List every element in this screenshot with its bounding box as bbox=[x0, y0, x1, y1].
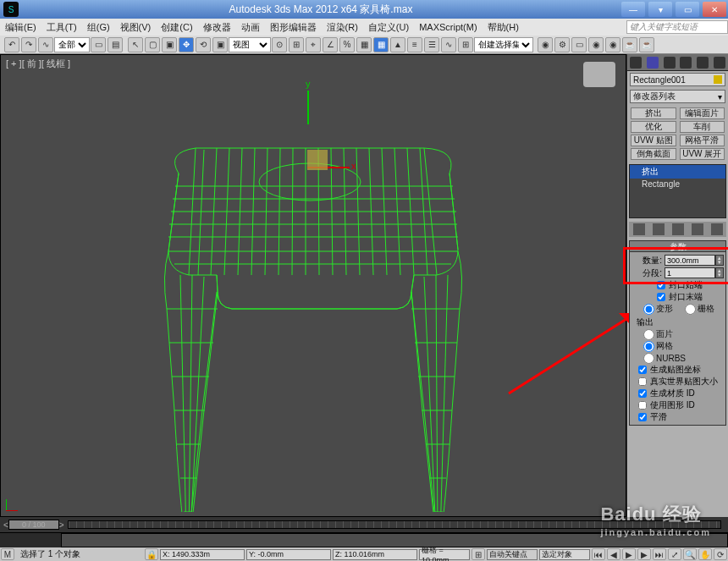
menu-custom[interactable]: 自定义(U) bbox=[363, 21, 414, 34]
display-tab-icon[interactable] bbox=[697, 57, 709, 69]
menu-views[interactable]: 视图(V) bbox=[115, 21, 157, 34]
coord-x[interactable]: X: 1490.333m bbox=[160, 549, 245, 560]
snap-toggle-icon[interactable]: ⌖ bbox=[306, 37, 321, 52]
hierarchy-tab-icon[interactable] bbox=[664, 57, 676, 69]
mod-extrude[interactable]: 挤出 bbox=[631, 107, 676, 119]
amount-spinner[interactable]: 300.0mm bbox=[665, 255, 715, 266]
cap-start-checkbox[interactable] bbox=[657, 281, 665, 289]
layers-icon[interactable]: ☰ bbox=[424, 37, 439, 52]
prev-frame-icon[interactable]: ◀ bbox=[607, 548, 620, 560]
autokey-button[interactable]: 自动关键点 bbox=[487, 549, 538, 560]
grid-radio[interactable] bbox=[685, 304, 696, 315]
maximize-button[interactable]: ▭ bbox=[676, 2, 699, 17]
ref-coord-select[interactable]: 视图 bbox=[229, 37, 271, 52]
menu-graph[interactable]: 图形编辑器 bbox=[265, 21, 322, 34]
segments-spinner-arrows[interactable]: ▴▾ bbox=[715, 267, 724, 278]
quick-render-icon[interactable]: ◉ bbox=[588, 37, 604, 52]
modifier-stack[interactable]: 挤出 Rectangle bbox=[629, 164, 726, 218]
modifier-list-dropdown[interactable]: 修改器列表▾ bbox=[630, 90, 725, 103]
remove-mod-icon[interactable] bbox=[692, 223, 703, 235]
selection-filter[interactable]: 全部 bbox=[54, 37, 90, 52]
menu-edit[interactable]: 编辑(E) bbox=[0, 21, 41, 34]
help-search-input[interactable]: 键入关键字或短语 bbox=[626, 20, 728, 34]
menu-help[interactable]: 帮助(H) bbox=[483, 21, 524, 34]
cap-end-checkbox[interactable] bbox=[657, 293, 665, 301]
lock-selection-icon[interactable]: 🔒 bbox=[145, 548, 158, 560]
mod-optimize[interactable]: 优化 bbox=[631, 121, 676, 133]
create-tab-icon[interactable] bbox=[630, 57, 642, 69]
undo-icon[interactable]: ↶ bbox=[4, 37, 19, 52]
move-tool-icon[interactable]: ✥ bbox=[179, 37, 194, 52]
time-ruler[interactable] bbox=[68, 520, 721, 529]
render-icon[interactable]: ◉ bbox=[605, 37, 620, 52]
params-rollout-header[interactable]: 参数 bbox=[629, 240, 726, 252]
named-sel-sets[interactable]: 创建选择集 bbox=[474, 37, 533, 52]
gen-matid-checkbox[interactable] bbox=[638, 389, 647, 398]
manip-icon[interactable]: ⊞ bbox=[289, 37, 304, 52]
mod-meshsmooth[interactable]: 网格平滑 bbox=[680, 135, 725, 146]
sel-set-combo[interactable]: 选定对象 bbox=[539, 549, 590, 560]
pin-stack-icon[interactable] bbox=[633, 223, 645, 235]
angle-snap-icon[interactable]: ∠ bbox=[323, 37, 338, 52]
patch-radio[interactable] bbox=[643, 329, 654, 340]
menu-render[interactable]: 渲染(R) bbox=[322, 21, 363, 34]
tray-button[interactable]: ▾ bbox=[648, 2, 672, 17]
teapot2-icon[interactable]: ☕ bbox=[639, 37, 654, 52]
menu-tools[interactable]: 工具(T) bbox=[41, 21, 82, 34]
viewport-front[interactable]: [ + ][ 前 ][ 线框 ] bbox=[0, 54, 626, 517]
real-world-checkbox[interactable] bbox=[638, 377, 647, 386]
menu-animation[interactable]: 动画 bbox=[236, 21, 265, 34]
pan-icon[interactable]: ✋ bbox=[698, 548, 712, 560]
minimize-button[interactable]: — bbox=[621, 2, 645, 17]
menu-group[interactable]: 组(G) bbox=[82, 21, 115, 34]
curve-editor-icon[interactable]: ∿ bbox=[441, 37, 456, 52]
scale-tool-icon[interactable]: ▣ bbox=[212, 37, 228, 52]
amount-spinner-arrows[interactable]: ▴▾ bbox=[715, 255, 724, 266]
track-bar[interactable] bbox=[0, 532, 728, 547]
mod-lathe[interactable]: 车削 bbox=[680, 121, 725, 133]
orbit-icon[interactable]: ⟳ bbox=[714, 548, 727, 560]
link-icon[interactable]: ∿ bbox=[38, 37, 53, 52]
object-color-swatch[interactable] bbox=[714, 75, 722, 84]
next-frame-icon[interactable]: ▶ bbox=[637, 548, 651, 560]
show-end-icon[interactable] bbox=[653, 223, 665, 235]
time-slider[interactable]: < 0 / 100 > bbox=[0, 517, 728, 532]
spinner-snap-icon[interactable]: ▦ bbox=[356, 37, 372, 52]
modify-tab-icon[interactable] bbox=[647, 57, 659, 69]
select-name-icon[interactable]: ▤ bbox=[108, 37, 123, 52]
schematic-icon[interactable]: ⊞ bbox=[458, 37, 473, 52]
render-setup-icon[interactable]: ⚙ bbox=[554, 37, 570, 52]
align-icon[interactable]: ≡ bbox=[407, 37, 422, 52]
teapot-render-icon[interactable]: ☕ bbox=[622, 37, 637, 52]
mod-editpatch[interactable]: 编辑面片 bbox=[680, 107, 725, 119]
play-icon[interactable]: ▶ bbox=[622, 548, 636, 560]
select-icon[interactable]: ▭ bbox=[91, 37, 106, 52]
time-slider-thumb[interactable]: 0 / 100 bbox=[8, 520, 59, 530]
zoom-icon[interactable]: 🔍 bbox=[683, 548, 697, 560]
rect-select-icon[interactable]: ▢ bbox=[145, 37, 160, 52]
pivot-icon[interactable]: ⊙ bbox=[272, 37, 287, 52]
rotate-tool-icon[interactable]: ⟲ bbox=[196, 37, 211, 52]
goto-end-icon[interactable]: ⏭ bbox=[653, 548, 666, 560]
gen-map-coords-checkbox[interactable] bbox=[638, 366, 647, 374]
edit-named-sel-icon[interactable]: ▦ bbox=[373, 37, 389, 52]
menu-maxscript[interactable]: MAXScript(M) bbox=[414, 22, 482, 32]
make-unique-icon[interactable] bbox=[672, 223, 684, 235]
cursor-icon[interactable]: ↖ bbox=[128, 37, 143, 52]
menu-modifiers[interactable]: 修改器 bbox=[198, 21, 236, 34]
mesh-radio[interactable] bbox=[643, 341, 654, 352]
transform-typein-icon[interactable]: ⊞ bbox=[472, 548, 485, 560]
stack-extrude[interactable]: 挤出 bbox=[630, 165, 725, 179]
segments-spinner[interactable]: 1 bbox=[665, 267, 715, 278]
zoom-ext-icon[interactable]: ⤢ bbox=[668, 548, 681, 560]
use-shapeid-checkbox[interactable] bbox=[638, 401, 647, 410]
mod-uvwmap[interactable]: UVW 贴图 bbox=[631, 135, 676, 146]
configure-sets-icon[interactable] bbox=[711, 223, 723, 235]
stack-rectangle[interactable]: Rectangle bbox=[630, 179, 725, 190]
motion-tab-icon[interactable] bbox=[680, 57, 692, 69]
morph-radio[interactable] bbox=[643, 304, 654, 315]
mirror-icon[interactable]: ▲ bbox=[390, 37, 405, 52]
mod-bevelprof[interactable]: 倒角截面 bbox=[631, 148, 676, 160]
render-frame-icon[interactable]: ▭ bbox=[571, 37, 587, 52]
percent-snap-icon[interactable]: % bbox=[339, 37, 355, 52]
